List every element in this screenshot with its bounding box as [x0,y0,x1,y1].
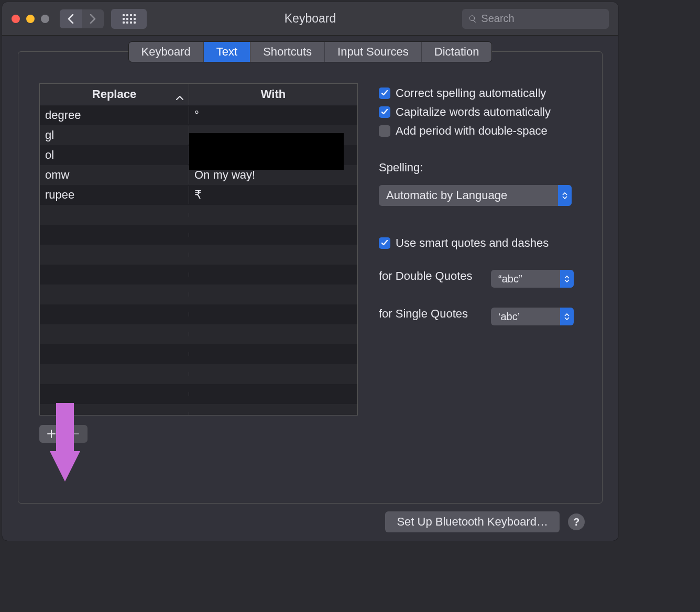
table-body: degree ° gl ol [40,105,357,415]
chevron-up-icon [176,90,183,104]
select-value: ‘abc’ [498,311,520,323]
minimize-window-button[interactable] [26,15,35,23]
checkbox-label: Correct spelling automatically [396,86,546,100]
single-quotes-row: for Single Quotes ‘abc’ [379,302,584,325]
tab-input-sources[interactable]: Input Sources [325,42,422,62]
table-row-empty [40,344,357,364]
table-row-empty [40,225,357,245]
spelling-label: Spelling: [379,161,584,174]
table-row[interactable]: rupee ₹ [40,185,357,205]
cell-replace[interactable]: ol [40,146,189,164]
double-space-checkbox[interactable]: Add period with double-space [379,124,584,138]
window-controls [12,15,49,23]
table-row-empty [40,304,357,324]
table-buttons [39,425,358,443]
table-row-empty [40,265,357,285]
forward-button[interactable] [82,9,104,28]
search-input[interactable] [481,13,603,25]
capitalize-checkbox[interactable]: Capitalize words automatically [379,105,584,119]
table-row[interactable]: degree ° [40,105,357,125]
tab-text[interactable]: Text [204,42,250,62]
table-row-empty [40,205,357,225]
show-all-button[interactable] [111,9,147,29]
checkbox-off-icon [379,125,390,137]
cell-replace[interactable]: rupee [40,186,189,204]
table-header: Replace With [40,84,357,105]
cell-with[interactable]: ° [189,106,357,124]
options-column: Correct spelling automatically Capitaliz… [379,83,584,491]
content-area: Keyboard Text Shortcuts Input Sources Di… [2,36,618,541]
checkbox-label: Add period with double-space [396,124,548,138]
preferences-window: Keyboard Keyboard Text Shortcuts Input S… [2,2,618,541]
search-icon [468,14,477,24]
double-quotes-label: for Double Quotes [379,269,479,283]
table-row-empty [40,324,357,344]
footer: Set Up Bluetooth Keyboard… ? [18,504,603,532]
table-row-empty [40,384,357,404]
grid-icon [123,14,136,24]
column-with[interactable]: With [189,84,357,105]
stepper-icon [560,270,574,288]
redacted-block [189,133,344,170]
column-replace-label: Replace [92,88,136,101]
table-row-empty [40,285,357,304]
zoom-window-button[interactable] [41,15,49,23]
preference-pane: Keyboard Text Shortcuts Input Sources Di… [18,51,603,504]
single-quotes-select[interactable]: ‘abc’ [491,308,574,325]
plus-icon [47,430,56,438]
bluetooth-keyboard-button[interactable]: Set Up Bluetooth Keyboard… [385,511,560,532]
cell-with[interactable]: ₹ [189,186,357,204]
cell-with[interactable] [189,133,357,137]
select-value: Automatic by Language [386,189,507,202]
back-button[interactable] [60,9,82,28]
double-quotes-row: for Double Quotes “abc” [379,265,584,288]
table-row-empty [40,245,357,265]
tab-shortcuts[interactable]: Shortcuts [250,42,325,62]
single-quotes-label: for Single Quotes [379,307,479,321]
column-replace[interactable]: Replace [40,84,189,105]
nav-buttons [60,9,104,28]
tab-dictation[interactable]: Dictation [422,42,492,62]
tab-bar: Keyboard Text Shortcuts Input Sources Di… [18,42,602,62]
minus-icon [71,430,80,438]
checkbox-on-icon [379,106,390,118]
checkbox-on-icon [379,237,390,249]
checkbox-label: Capitalize words automatically [396,105,551,119]
table-row-empty [40,364,357,384]
search-field[interactable] [462,9,609,29]
checkbox-label: Use smart quotes and dashes [396,236,549,250]
select-value: “abc” [498,273,522,285]
cell-replace[interactable]: omw [40,166,189,184]
remove-button[interactable] [63,425,88,443]
cell-replace[interactable]: degree [40,106,189,124]
smart-quotes-checkbox[interactable]: Use smart quotes and dashes [379,236,584,250]
table-row[interactable]: gl [40,125,357,145]
help-button[interactable]: ? [568,513,585,530]
add-button[interactable] [39,425,63,443]
stepper-icon [558,185,572,206]
stepper-icon [560,308,574,325]
checkbox-on-icon [379,88,390,99]
column-with-label: With [261,88,286,101]
spelling-select[interactable]: Automatic by Language [379,185,572,206]
cell-replace[interactable]: gl [40,126,189,144]
replacements-table[interactable]: Replace With degree [39,83,358,416]
double-quotes-select[interactable]: “abc” [491,270,574,288]
correct-spelling-checkbox[interactable]: Correct spelling automatically [379,86,584,100]
tab-keyboard[interactable]: Keyboard [129,42,204,62]
table-row-empty [40,404,357,415]
titlebar: Keyboard [2,2,618,36]
close-window-button[interactable] [12,15,20,23]
